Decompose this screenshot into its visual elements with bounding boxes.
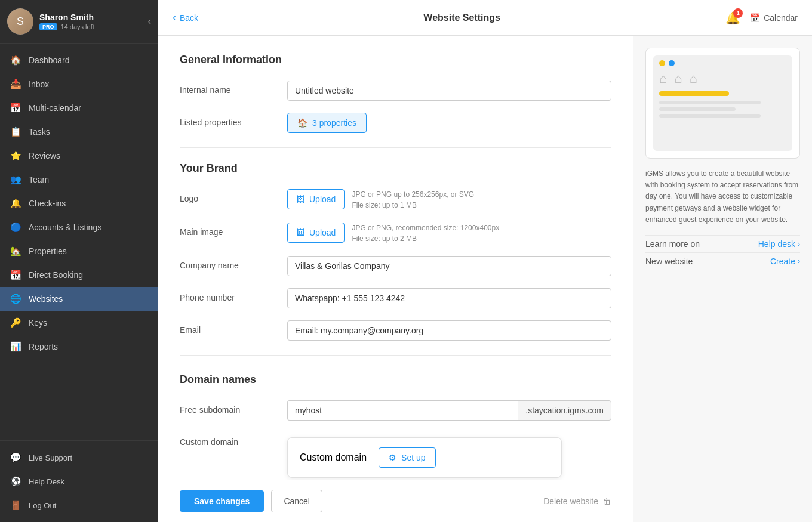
phone-row: Phone number <box>180 288 611 308</box>
accounts-icon: 🔵 <box>10 221 21 233</box>
sidebar-item-reports[interactable]: 📊 Reports <box>0 335 158 359</box>
sidebar-item-direct-booking[interactable]: 📆 Direct Booking <box>0 263 158 287</box>
sidebar-item-accounts[interactable]: 🔵 Accounts & Listings <box>0 215 158 239</box>
company-name-label: Company name <box>180 256 275 270</box>
days-left: 14 days left <box>61 23 94 30</box>
back-button[interactable]: ‹ Back <box>173 11 198 24</box>
logo-upload-button[interactable]: 🖼 Upload <box>287 189 345 209</box>
calendar-icon: 📅 <box>750 13 760 23</box>
sidebar-item-label: Accounts & Listings <box>29 223 102 232</box>
form-panel: General Information Internal name Listed… <box>158 36 633 480</box>
subdomain-suffix: .staycation.igms.com <box>518 400 611 421</box>
free-subdomain-label: Free subdomain <box>180 400 275 415</box>
help-desk-row: Learn more on Help desk › <box>645 235 800 252</box>
logo-upload-hint: JPG or PNG up to 256x256px, or SVG File … <box>352 189 474 211</box>
upload-label2: Upload <box>309 228 336 237</box>
email-input[interactable] <box>287 320 611 341</box>
content-area: General Information Internal name Listed… <box>158 36 812 522</box>
gear-icon: ⚙ <box>389 453 396 462</box>
create-link[interactable]: Create › <box>770 257 800 266</box>
sidebar-item-inbox[interactable]: 📥 Inbox <box>0 72 158 96</box>
main-image-upload-button[interactable]: 🖼 Upload <box>287 223 345 243</box>
calendar-button[interactable]: 📅 Calendar <box>750 13 798 23</box>
brand-title: Your Brand <box>180 162 611 175</box>
websites-icon: 🌐 <box>10 293 21 305</box>
internal-name-label: Internal name <box>180 81 275 95</box>
sidebar-item-check-ins[interactable]: 🔔 Check-ins <box>0 191 158 215</box>
home-icon: 🏠 <box>297 118 307 128</box>
topbar-actions: 🔔 1 📅 Calendar <box>725 11 798 25</box>
chevron-right-icon: › <box>798 240 800 248</box>
user-info: Sharon Smith PRO 14 days left <box>39 13 142 30</box>
right-panel: ⌂ ⌂ ⌂ iGMS allows you to create a beauti… <box>633 36 812 522</box>
collapse-icon[interactable]: ‹ <box>148 16 151 27</box>
sidebar-item-reviews[interactable]: ⭐ Reviews <box>0 144 158 168</box>
sidebar-item-help-desk[interactable]: ⚽ Help Desk <box>0 470 158 493</box>
custom-domain-row: Custom domain Custom domain ⚙ Set up <box>180 433 611 478</box>
sidebar-item-multi-calendar[interactable]: 📅 Multi-calendar <box>0 96 158 120</box>
website-preview: ⌂ ⌂ ⌂ <box>645 48 800 159</box>
sidebar-item-team[interactable]: 👥 Team <box>0 168 158 191</box>
sidebar-item-label: Websites <box>29 294 63 304</box>
avatar: S <box>7 8 33 35</box>
house-icon-3: ⌂ <box>690 71 697 87</box>
live-support-icon: 💬 <box>10 452 21 464</box>
main-image-label: Main image <box>180 223 275 237</box>
cancel-button[interactable]: Cancel <box>271 490 322 512</box>
calendar-icon: 📅 <box>10 102 21 114</box>
sidebar-item-dashboard[interactable]: 🏠 Dashboard <box>0 48 158 72</box>
domain-title: Domain names <box>180 373 611 386</box>
delete-website-button[interactable]: Delete website 🗑 <box>543 496 611 506</box>
free-subdomain-row: Free subdomain .staycation.igms.com <box>180 400 611 421</box>
pro-badge: PRO <box>39 23 57 30</box>
email-row: Email <box>180 320 611 341</box>
email-label: Email <box>180 320 275 335</box>
direct-booking-icon: 📆 <box>10 269 21 281</box>
divider2 <box>180 355 611 356</box>
sidebar-item-properties[interactable]: 🏡 Properties <box>0 239 158 263</box>
house-icon-2: ⌂ <box>674 71 682 87</box>
upload-icon: 🖼 <box>296 194 304 204</box>
checkins-icon: 🔔 <box>10 197 21 209</box>
notification-badge: 1 <box>733 8 743 18</box>
sidebar-item-label: Keys <box>29 318 47 328</box>
sidebar-item-tasks[interactable]: 📋 Tasks <box>0 120 158 144</box>
setup-button[interactable]: ⚙ Set up <box>379 447 435 468</box>
upload-label: Upload <box>309 194 336 204</box>
dot-yellow <box>659 60 665 66</box>
sidebar-item-label: Properties <box>29 246 67 256</box>
chevron-right-icon2: › <box>798 257 800 265</box>
reviews-icon: ⭐ <box>10 150 21 162</box>
save-button[interactable]: Save changes <box>180 490 264 512</box>
sidebar-item-label: Check-ins <box>29 199 66 208</box>
topbar: ‹ Back Website Settings 🔔 1 📅 Calendar <box>158 0 812 36</box>
sidebar: S Sharon Smith PRO 14 days left ‹ 🏠 Dash… <box>0 0 158 522</box>
phone-input[interactable] <box>287 288 611 308</box>
properties-button[interactable]: 🏠 3 properties <box>287 113 367 133</box>
custom-domain-box: Custom domain ⚙ Set up <box>287 437 562 478</box>
help-desk-icon: ⚽ <box>10 475 21 487</box>
user-name: Sharon Smith <box>39 13 142 22</box>
sidebar-item-websites[interactable]: 🌐 Websites <box>0 287 158 311</box>
back-label: Back <box>180 13 198 23</box>
listed-properties-label: Listed properties <box>180 113 275 127</box>
internal-name-input[interactable] <box>287 81 611 101</box>
help-desk-link[interactable]: Help desk › <box>758 239 800 249</box>
main-area: ‹ Back Website Settings 🔔 1 📅 Calendar G… <box>158 0 812 522</box>
preview-bar <box>659 91 729 96</box>
phone-label: Phone number <box>180 288 275 302</box>
sidebar-item-live-support[interactable]: 💬 Live Support <box>0 446 158 470</box>
page-title: Website Settings <box>198 13 725 23</box>
subdomain-input[interactable] <box>287 400 518 421</box>
preview-image: ⌂ ⌂ ⌂ <box>653 55 792 151</box>
sidebar-item-label: Reviews <box>29 151 60 160</box>
listed-properties-row: Listed properties 🏠 3 properties <box>180 113 611 133</box>
team-icon: 👥 <box>10 174 21 186</box>
keys-icon: 🔑 <box>10 317 21 329</box>
notification-button[interactable]: 🔔 1 <box>725 11 740 25</box>
company-name-input[interactable] <box>287 256 611 276</box>
sidebar-item-log-out[interactable]: 🚪 Log Out <box>0 493 158 517</box>
reports-icon: 📊 <box>10 341 21 353</box>
main-image-row: Main image 🖼 Upload JPG or PNG, recommen… <box>180 223 611 244</box>
sidebar-item-keys[interactable]: 🔑 Keys <box>0 311 158 335</box>
